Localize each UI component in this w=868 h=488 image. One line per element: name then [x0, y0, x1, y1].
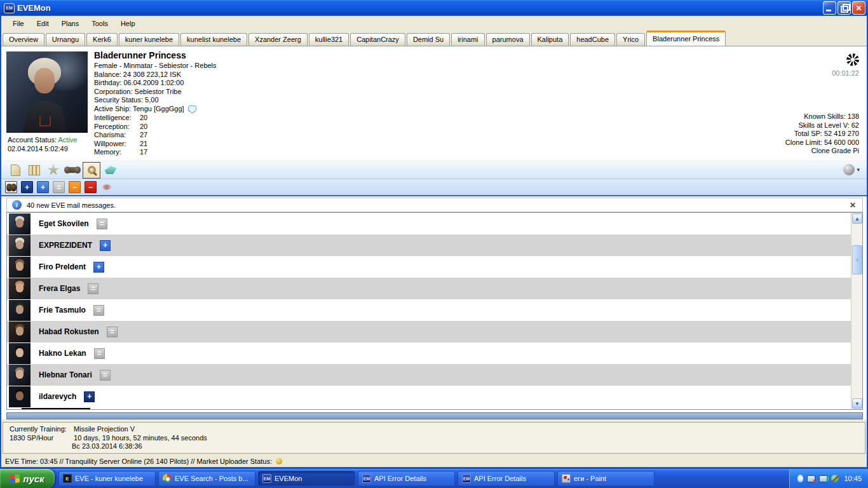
- mail-row-eget-skovilen[interactable]: Eget Skovilen=: [7, 213, 851, 234]
- mail-row-habad-rokusten[interactable]: Habad Rokusten=: [7, 321, 851, 342]
- document-view-button[interactable]: [6, 162, 24, 179]
- tab-strip: OverviewUrnanguKerk6kuner kunelebekuneli…: [1, 30, 867, 46]
- system-tray: 10:45: [789, 469, 868, 488]
- filter-minus-red-button[interactable]: −: [85, 181, 97, 193]
- mail-row-exprezident[interactable]: EXPREZIDENT+: [7, 234, 851, 256]
- network-offline-icon[interactable]: [807, 475, 815, 482]
- menu-edit[interactable]: Edit: [31, 17, 55, 30]
- taskbar-button-eve-kuner-kunelebe[interactable]: EEVE - kuner kunelebe: [58, 471, 156, 486]
- update-throbber-icon[interactable]: [846, 53, 859, 66]
- evemon-icon: EM: [262, 474, 271, 483]
- clone-grade: Clone Grade Pi: [785, 147, 859, 156]
- evemon-icon: EM: [462, 474, 471, 483]
- window-title: EVEMon: [17, 3, 823, 13]
- mail-row-firo-preldent[interactable]: Firo Preldent+: [7, 256, 851, 278]
- view-toolbar: ▾: [1, 161, 867, 179]
- mail-row-hlebnar-tonari[interactable]: Hlebnar Tonari=: [7, 364, 851, 386]
- mail-badge-equal-icon[interactable]: =: [94, 348, 105, 359]
- taskbar-buttons: EEVE - kuner kunelebeEVE Search - Posts …: [58, 469, 789, 488]
- tab-overview[interactable]: Overview: [3, 33, 44, 46]
- character-portrait: [9, 386, 31, 407]
- training-time-left: 10 days, 19 hours, 52 minutes, 44 second…: [74, 434, 207, 442]
- tab-parumova[interactable]: parumova: [486, 33, 530, 46]
- title-bar[interactable]: EM EVEMon: [0, 0, 868, 16]
- training-rate: 1830 SP/Hour: [10, 434, 72, 443]
- mail-view-button[interactable]: [102, 162, 119, 179]
- scroll-up-icon[interactable]: ▲: [852, 214, 862, 224]
- tab-yrico[interactable]: Yrico: [616, 33, 645, 46]
- mail-row-frie-tasmulo[interactable]: Frie Tasmulo=: [7, 299, 851, 321]
- tab-headcube[interactable]: headCube: [570, 33, 615, 46]
- status-bar: EVE Time: 03:45 // Tranquility Server On…: [1, 455, 867, 468]
- character-portrait: [9, 235, 31, 256]
- vertical-scrollbar[interactable]: ▲ ▼: [851, 213, 862, 409]
- tab-capitancrazy[interactable]: CapitanCrazy: [350, 33, 405, 46]
- menu-plans[interactable]: Plans: [55, 17, 86, 30]
- scroll-down-icon[interactable]: ▼: [852, 398, 862, 409]
- tab-kullie321[interactable]: kullie321: [309, 33, 349, 46]
- menu-help[interactable]: Help: [114, 17, 142, 30]
- search-view-button[interactable]: [83, 162, 100, 179]
- evemon-icon: EM: [362, 474, 371, 483]
- restore-button[interactable]: [837, 1, 851, 15]
- bulb-tray-icon[interactable]: [797, 475, 803, 482]
- notification-close-icon[interactable]: ✕: [848, 201, 857, 210]
- mail-badge-equal-icon[interactable]: =: [97, 219, 107, 229]
- training-end-date: Вс 23.03.2014 6:38:36: [72, 442, 142, 450]
- mail-row-ildarevych[interactable]: ildarevych+: [7, 386, 851, 407]
- binoculars-filter-button[interactable]: [5, 181, 17, 193]
- network-wireless-icon[interactable]: [819, 475, 827, 482]
- character-corporation: Corporation: Sebiestor Tribe: [94, 88, 217, 97]
- options-dropdown[interactable]: ▾: [841, 163, 862, 177]
- eye-filter-button[interactable]: [100, 181, 112, 193]
- filter-plus-navy-button[interactable]: +: [21, 181, 33, 193]
- taskbar-button-api-error-details[interactable]: EMAPI Error Details: [458, 471, 555, 486]
- mail-badge-equal-icon[interactable]: =: [88, 283, 98, 294]
- character-info: Female - Minmatar - Sebiestor - Rebels B…: [94, 62, 217, 113]
- tab-kerk6[interactable]: Kerk6: [86, 33, 118, 46]
- mail-row-hakno-lekan[interactable]: Hakno Lekan=: [7, 342, 851, 364]
- tab-demid-su[interactable]: Demid Su: [407, 33, 450, 46]
- character-portrait: [9, 343, 31, 364]
- filter-plus-blue-button[interactable]: +: [37, 181, 49, 193]
- start-button[interactable]: пуск: [0, 469, 55, 488]
- tab-irinami[interactable]: irinami: [451, 33, 484, 46]
- tab-kaliputa[interactable]: Kaliputa: [531, 33, 569, 46]
- globe-icon: [843, 164, 855, 175]
- attributes-view-button[interactable]: [64, 162, 81, 179]
- mail-row-frera-elgas[interactable]: Frera Elgas=: [7, 278, 851, 299]
- filter-minus-orange-button[interactable]: −: [69, 181, 81, 193]
- close-button[interactable]: [852, 1, 865, 15]
- mail-badge-equal-icon[interactable]: =: [107, 327, 118, 337]
- minimize-button[interactable]: [823, 1, 836, 15]
- standings-view-button[interactable]: [44, 162, 62, 179]
- mail-sender-name: Eget Skovilen: [39, 219, 89, 228]
- mail-badge-equal-icon[interactable]: =: [100, 370, 111, 381]
- tab-xzander-zeerg[interactable]: Xzander Zeerg: [248, 33, 308, 46]
- tab-kuner-kunelebe[interactable]: kuner kunelebe: [119, 33, 179, 46]
- taskbar-button-eve-search-posts-b[interactable]: EVE Search - Posts b...: [158, 471, 255, 486]
- menu-file[interactable]: File: [6, 17, 31, 30]
- mail-sender-name: Frera Elgas: [39, 284, 80, 293]
- scrollbar-thumb[interactable]: [852, 245, 862, 274]
- mail-badge-equal-icon[interactable]: =: [93, 305, 104, 316]
- mail-badge-plus-navy-icon[interactable]: +: [84, 391, 95, 402]
- mail-sender-name: Firo Preldent: [39, 262, 86, 271]
- taskbar-button-api-error-details[interactable]: EMAPI Error Details: [358, 471, 455, 486]
- mail-badge-plus-blue-icon[interactable]: +: [93, 262, 104, 273]
- mail-badge-plus-blue-icon[interactable]: +: [100, 240, 111, 251]
- account-status-line: Account Status: Active: [8, 136, 77, 144]
- library-view-button[interactable]: [25, 162, 43, 179]
- speech-bubble-icon[interactable]: [188, 105, 196, 112]
- taskbar-button-еги-paint[interactable]: еги - Paint: [557, 471, 654, 486]
- volume-muted-icon[interactable]: [831, 475, 839, 482]
- taskbar-button-evemon[interactable]: EMEVEMon: [258, 471, 355, 486]
- tab-bladerunner-princess[interactable]: Bladerunner Princess: [646, 30, 726, 46]
- start-label: пуск: [23, 473, 44, 484]
- mail-sender-name: EXPREZIDENT: [39, 241, 92, 250]
- filter-equal-button[interactable]: =: [53, 181, 65, 193]
- tab-kunelist-kunelebe[interactable]: kunelist kunelebe: [180, 33, 247, 46]
- account-status-value: Active: [58, 136, 78, 144]
- menu-tools[interactable]: Tools: [85, 17, 114, 30]
- tab-urnangu[interactable]: Urnangu: [46, 33, 85, 46]
